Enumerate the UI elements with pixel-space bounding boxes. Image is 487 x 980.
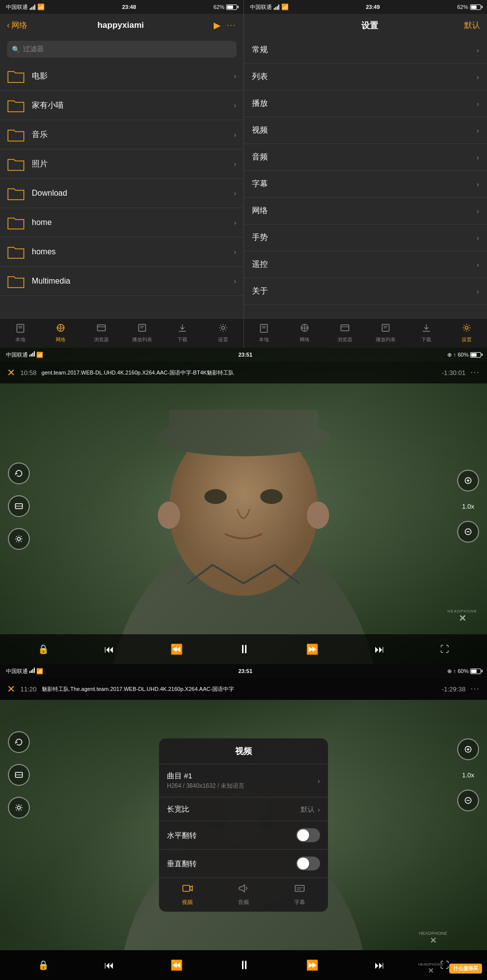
settings-item-remote[interactable]: 遥控 ›: [244, 251, 487, 278]
video-signal-icon-1: [29, 351, 35, 357]
aspect-button[interactable]: [8, 495, 30, 517]
settings-item-subtitle[interactable]: 字幕 ›: [244, 171, 487, 198]
lock-button-2[interactable]: 🔒: [38, 960, 49, 971]
tab-playlist[interactable]: 播放列表: [122, 318, 162, 348]
playlist-icon: [137, 323, 147, 335]
settings-item-list[interactable]: 列表 ›: [244, 64, 487, 90]
settings-item-playback[interactable]: 播放 ›: [244, 90, 487, 117]
list-item[interactable]: 音乐 ›: [0, 120, 244, 150]
zoom-in-button[interactable]: [457, 469, 479, 491]
tab-browser-right[interactable]: 浏览器: [325, 318, 366, 348]
list-item[interactable]: 电影 ›: [0, 62, 244, 91]
folder-icon: [7, 244, 25, 259]
svg-rect-63: [295, 886, 304, 892]
panel-track-item[interactable]: 曲目 #1 H264 / 3840x1632 / 未知语言 ›: [159, 764, 328, 798]
tab-download[interactable]: 下载: [162, 318, 203, 348]
default-button[interactable]: 默认: [464, 20, 480, 31]
prev-chapter-button-2[interactable]: ⏮: [104, 960, 114, 971]
tab-settings-right[interactable]: 设置: [446, 318, 487, 348]
left-back-button[interactable]: ‹ 网络: [7, 20, 27, 31]
local-icon: [259, 323, 269, 335]
right-video-controls-2: 1.0x: [457, 739, 479, 812]
tab-network[interactable]: 网络: [41, 318, 81, 348]
right-time: 23:49: [366, 4, 380, 10]
dts-x-icon-2: ✕: [419, 936, 447, 945]
forward-button-2[interactable]: ⏩: [306, 959, 319, 971]
panel-tab-audio-label: 音频: [238, 899, 249, 906]
list-item[interactable]: 照片 ›: [0, 150, 244, 179]
hflip-toggle[interactable]: [296, 829, 320, 842]
folder-icon: [7, 215, 25, 230]
left-battery-level: 62%: [213, 4, 224, 10]
video-close-button[interactable]: ✕: [7, 367, 15, 378]
tab-browser-label: 浏览器: [94, 336, 109, 343]
left-video-controls: [8, 462, 30, 550]
lock-button[interactable]: 🔒: [38, 644, 49, 655]
settings-video-button[interactable]: [8, 528, 30, 550]
dts-label-2: HEADPHONE: [419, 931, 447, 936]
panel-tab-audio[interactable]: 音频: [215, 883, 271, 906]
settings-label: 关于: [252, 286, 268, 297]
more-icon[interactable]: ···: [227, 21, 236, 30]
settings-item-audio[interactable]: 音频 ›: [244, 144, 487, 171]
list-item[interactable]: Download ›: [0, 179, 244, 208]
video-close-button-2[interactable]: ✕: [7, 683, 15, 695]
tab-download-right[interactable]: 下载: [406, 318, 447, 348]
tab-playlist-label: 播放列表: [376, 336, 396, 343]
rotate-button[interactable]: [8, 462, 30, 484]
tab-network-right[interactable]: 网络: [284, 318, 325, 348]
zoom-out-button-2[interactable]: [457, 790, 479, 812]
rewind-button[interactable]: ⏪: [170, 643, 183, 655]
settings-item-general[interactable]: 常规 ›: [244, 37, 487, 64]
aspect-button-2[interactable]: [8, 764, 30, 786]
vflip-toggle[interactable]: [296, 857, 320, 871]
settings-item-gesture[interactable]: 手势 ›: [244, 225, 487, 251]
tab-local[interactable]: 本地: [0, 318, 41, 348]
video-more-button-1[interactable]: ···: [471, 368, 480, 377]
pause-button[interactable]: ⏸: [239, 642, 250, 656]
file-name: 音乐: [32, 130, 227, 140]
panel-vflip-item[interactable]: 垂直翻转: [159, 850, 328, 878]
list-item[interactable]: Multimedia ›: [0, 267, 244, 296]
right-status-bar: 中国联通 📶 23:49 62%: [244, 0, 487, 14]
play-icon[interactable]: ▶: [214, 20, 221, 31]
chevron-right-icon: ›: [234, 131, 237, 139]
rotate-button-2[interactable]: [8, 731, 30, 753]
left-tab-bar: 本地 网络 浏览器 播放列表: [0, 318, 244, 348]
list-item[interactable]: 家有小喵 ›: [0, 91, 244, 120]
video-more-button-2[interactable]: ···: [471, 684, 480, 693]
next-chapter-button[interactable]: ⏭: [375, 644, 385, 655]
tab-browser[interactable]: 浏览器: [81, 318, 122, 348]
prev-chapter-button[interactable]: ⏮: [104, 644, 114, 655]
panel-hflip-item[interactable]: 水平翻转: [159, 822, 328, 850]
svg-point-32: [204, 489, 227, 504]
chevron-right-icon: ›: [234, 101, 237, 109]
next-chapter-button-2[interactable]: ⏭: [375, 960, 385, 971]
list-item[interactable]: home ›: [0, 208, 244, 237]
video-top-bar-1: ✕ 10:58 gent.team.2017.WEB-DL.UHD.4K.216…: [0, 362, 487, 383]
forward-button[interactable]: ⏩: [306, 643, 319, 655]
settings-label: 播放: [252, 98, 268, 109]
video-status-bar-1: 中国联通 📶 23:51 ⊕ ↑ 60%: [0, 348, 487, 362]
settings-item-video[interactable]: 视频 ›: [244, 117, 487, 144]
video-tab-icon: [182, 883, 193, 897]
panel-aspect-ratio-item[interactable]: 长宽比 默认 ›: [159, 798, 328, 822]
tab-settings[interactable]: 设置: [203, 318, 244, 348]
tab-playlist-right[interactable]: 播放列表: [365, 318, 406, 348]
zoom-in-button-2[interactable]: [457, 739, 479, 760]
zoom-out-button[interactable]: [457, 521, 479, 542]
fullscreen-button[interactable]: ⛶: [440, 644, 449, 655]
search-bar[interactable]: 🔍 过滤器: [7, 41, 237, 58]
pause-button-2[interactable]: ⏸: [239, 958, 250, 972]
rewind-button-2[interactable]: ⏪: [170, 959, 183, 971]
local-icon: [15, 323, 25, 335]
panel-tab-video[interactable]: 视频: [159, 883, 215, 906]
settings-label: 手势: [252, 232, 268, 243]
file-name: 照片: [32, 159, 227, 169]
list-item[interactable]: homes ›: [0, 237, 244, 267]
settings-item-about[interactable]: 关于 ›: [244, 278, 487, 305]
tab-local-right[interactable]: 本地: [244, 318, 285, 348]
panel-tab-subtitle[interactable]: 字幕: [272, 883, 328, 906]
settings-item-network[interactable]: 网络 ›: [244, 198, 487, 225]
settings-video-button-2[interactable]: [8, 797, 30, 819]
